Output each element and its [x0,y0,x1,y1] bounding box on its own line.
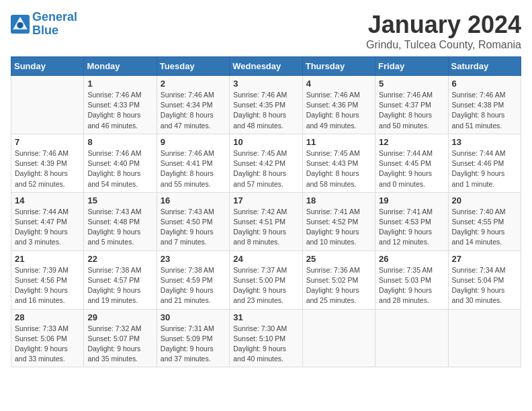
calendar-week-row: 21Sunrise: 7:39 AMSunset: 4:56 PMDayligh… [11,250,521,309]
calendar-cell: 11Sunrise: 7:45 AMSunset: 4:43 PMDayligh… [302,134,375,192]
calendar-cell: 21Sunrise: 7:39 AMSunset: 4:56 PMDayligh… [11,250,84,309]
calendar-cell: 28Sunrise: 7:33 AMSunset: 5:06 PMDayligh… [11,309,84,367]
calendar-cell: 10Sunrise: 7:45 AMSunset: 4:42 PMDayligh… [230,134,302,192]
weekday-header: Thursday [302,57,375,76]
calendar-week-row: 14Sunrise: 7:44 AMSunset: 4:47 PMDayligh… [11,192,521,250]
calendar-cell [375,309,448,367]
day-number: 29 [87,312,152,322]
cell-content: Sunrise: 7:46 AMSunset: 4:33 PMDaylight:… [87,90,152,131]
calendar-cell: 2Sunrise: 7:46 AMSunset: 4:34 PMDaylight… [157,76,229,134]
day-number: 8 [87,137,152,147]
calendar-cell: 24Sunrise: 7:37 AMSunset: 5:00 PMDayligh… [230,250,302,309]
calendar-week-row: 7Sunrise: 7:46 AMSunset: 4:39 PMDaylight… [11,134,521,192]
day-number: 1 [87,79,152,89]
svg-point-2 [17,22,23,28]
header-row: SundayMondayTuesdayWednesdayThursdayFrid… [11,57,521,76]
day-number: 15 [87,195,152,205]
weekday-header: Saturday [448,57,521,76]
cell-content: Sunrise: 7:30 AMSunset: 5:10 PMDaylight:… [233,324,298,365]
cell-content: Sunrise: 7:38 AMSunset: 4:59 PMDaylight:… [161,265,226,306]
day-number: 19 [379,195,444,205]
cell-content: Sunrise: 7:46 AMSunset: 4:38 PMDaylight:… [452,90,517,131]
day-number: 28 [15,312,80,322]
cell-content: Sunrise: 7:46 AMSunset: 4:35 PMDaylight:… [233,90,298,131]
calendar-cell: 4Sunrise: 7:46 AMSunset: 4:36 PMDaylight… [302,76,375,134]
calendar-cell: 3Sunrise: 7:46 AMSunset: 4:35 PMDaylight… [230,76,302,134]
calendar-cell: 9Sunrise: 7:46 AMSunset: 4:41 PMDaylight… [157,134,229,192]
calendar-cell: 7Sunrise: 7:46 AMSunset: 4:39 PMDaylight… [11,134,84,192]
calendar-cell: 22Sunrise: 7:38 AMSunset: 4:57 PMDayligh… [84,250,157,309]
cell-content: Sunrise: 7:46 AMSunset: 4:34 PMDaylight:… [161,90,226,131]
day-number: 27 [452,254,517,264]
day-number: 30 [161,312,226,322]
cell-content: Sunrise: 7:35 AMSunset: 5:03 PMDaylight:… [379,265,444,306]
cell-content: Sunrise: 7:45 AMSunset: 4:43 PMDaylight:… [306,148,371,189]
cell-content: Sunrise: 7:41 AMSunset: 4:52 PMDaylight:… [306,207,371,248]
cell-content: Sunrise: 7:43 AMSunset: 4:48 PMDaylight:… [87,207,152,248]
calendar-cell: 16Sunrise: 7:43 AMSunset: 4:50 PMDayligh… [157,192,229,250]
cell-content: Sunrise: 7:46 AMSunset: 4:39 PMDaylight:… [15,148,80,189]
day-number: 24 [233,254,298,264]
day-number: 26 [379,254,444,264]
cell-content: Sunrise: 7:46 AMSunset: 4:41 PMDaylight:… [161,148,226,189]
day-number: 3 [233,79,298,89]
day-number: 10 [233,137,298,147]
calendar-cell: 1Sunrise: 7:46 AMSunset: 4:33 PMDaylight… [84,76,157,134]
calendar-cell: 19Sunrise: 7:41 AMSunset: 4:53 PMDayligh… [375,192,448,250]
day-number: 11 [306,137,371,147]
calendar-cell: 8Sunrise: 7:46 AMSunset: 4:40 PMDaylight… [84,134,157,192]
day-number: 4 [306,79,371,89]
calendar-cell: 26Sunrise: 7:35 AMSunset: 5:03 PMDayligh… [375,250,448,309]
calendar-cell: 25Sunrise: 7:36 AMSunset: 5:02 PMDayligh… [302,250,375,309]
month-title: January 2024 [366,11,521,39]
calendar-cell [11,76,84,134]
day-number: 14 [15,195,80,205]
calendar-week-row: 1Sunrise: 7:46 AMSunset: 4:33 PMDaylight… [11,76,521,134]
calendar-cell: 5Sunrise: 7:46 AMSunset: 4:37 PMDaylight… [375,76,448,134]
calendar-table: SundayMondayTuesdayWednesdayThursdayFrid… [11,56,521,367]
logo-icon [11,15,30,34]
calendar-cell: 15Sunrise: 7:43 AMSunset: 4:48 PMDayligh… [84,192,157,250]
cell-content: Sunrise: 7:43 AMSunset: 4:50 PMDaylight:… [161,207,226,248]
calendar-cell: 31Sunrise: 7:30 AMSunset: 5:10 PMDayligh… [230,309,302,367]
day-number: 6 [452,79,517,89]
weekday-header: Wednesday [230,57,302,76]
calendar-cell [302,309,375,367]
day-number: 5 [379,79,444,89]
day-number: 22 [87,254,152,264]
logo: General Blue [11,11,77,38]
calendar-cell: 18Sunrise: 7:41 AMSunset: 4:52 PMDayligh… [302,192,375,250]
cell-content: Sunrise: 7:31 AMSunset: 5:09 PMDaylight:… [161,324,226,365]
calendar-cell: 23Sunrise: 7:38 AMSunset: 4:59 PMDayligh… [157,250,229,309]
day-number: 7 [15,137,80,147]
day-number: 16 [161,195,226,205]
weekday-header: Sunday [11,57,84,76]
cell-content: Sunrise: 7:37 AMSunset: 5:00 PMDaylight:… [233,265,298,306]
cell-content: Sunrise: 7:40 AMSunset: 4:55 PMDaylight:… [452,207,517,248]
cell-content: Sunrise: 7:44 AMSunset: 4:47 PMDaylight:… [15,207,80,248]
cell-content: Sunrise: 7:46 AMSunset: 4:40 PMDaylight:… [87,148,152,189]
cell-content: Sunrise: 7:34 AMSunset: 5:04 PMDaylight:… [452,265,517,306]
cell-content: Sunrise: 7:33 AMSunset: 5:06 PMDaylight:… [15,324,80,365]
cell-content: Sunrise: 7:38 AMSunset: 4:57 PMDaylight:… [87,265,152,306]
day-number: 23 [161,254,226,264]
day-number: 18 [306,195,371,205]
cell-content: Sunrise: 7:42 AMSunset: 4:51 PMDaylight:… [233,207,298,248]
calendar-cell [448,309,521,367]
weekday-header: Monday [84,57,157,76]
calendar-cell: 30Sunrise: 7:31 AMSunset: 5:09 PMDayligh… [157,309,229,367]
location-title: Grindu, Tulcea County, Romania [366,39,521,51]
day-number: 31 [233,312,298,322]
calendar-cell: 13Sunrise: 7:44 AMSunset: 4:46 PMDayligh… [448,134,521,192]
day-number: 2 [161,79,226,89]
calendar-cell: 27Sunrise: 7:34 AMSunset: 5:04 PMDayligh… [448,250,521,309]
calendar-cell: 12Sunrise: 7:44 AMSunset: 4:45 PMDayligh… [375,134,448,192]
cell-content: Sunrise: 7:41 AMSunset: 4:53 PMDaylight:… [379,207,444,248]
day-number: 21 [15,254,80,264]
calendar-cell: 6Sunrise: 7:46 AMSunset: 4:38 PMDaylight… [448,76,521,134]
calendar-week-row: 28Sunrise: 7:33 AMSunset: 5:06 PMDayligh… [11,309,521,367]
day-number: 13 [452,137,517,147]
day-number: 20 [452,195,517,205]
title-area: January 2024 Grindu, Tulcea County, Roma… [366,11,521,51]
header: General Blue January 2024 Grindu, Tulcea… [11,11,521,51]
